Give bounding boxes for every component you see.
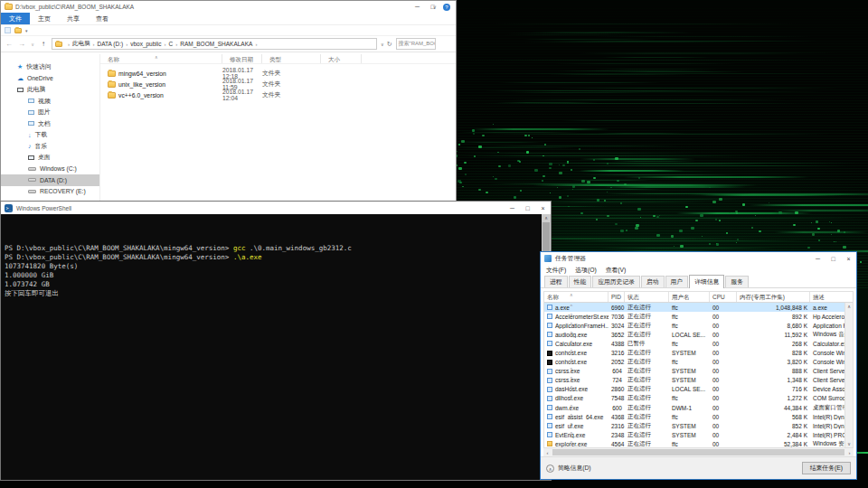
up-icon[interactable]: ↑ bbox=[39, 40, 48, 48]
sidebar-item[interactable]: ♪ 音乐 bbox=[1, 141, 99, 153]
address-dropdown-icon[interactable]: ∨ bbox=[381, 42, 384, 47]
back-icon[interactable]: ← bbox=[5, 40, 14, 48]
column-header-name[interactable]: 名称 bbox=[544, 292, 609, 302]
qat-properties-icon[interactable] bbox=[5, 27, 11, 33]
column-header-modified[interactable]: 修改日期 bbox=[222, 54, 262, 63]
process-row[interactable]: conhost.exe 3216 正在运行 SYSTEM 00 828 K Co… bbox=[544, 348, 844, 357]
taskmanager-tab[interactable]: 启动 bbox=[641, 276, 665, 287]
minimize-icon[interactable]: ─ bbox=[410, 1, 425, 13]
process-status: 正在运行 bbox=[625, 385, 669, 393]
scroll-up-icon[interactable]: ∧ bbox=[542, 214, 551, 221]
taskmanager-tab[interactable]: 进程 bbox=[544, 276, 568, 287]
refresh-icon[interactable]: ↻ bbox=[387, 41, 392, 48]
sidebar-item[interactable]: 视频 bbox=[1, 96, 99, 108]
process-row[interactable]: esif_assist_64.exe 4368 正在运行 ffc 00 568 … bbox=[544, 412, 844, 421]
breadcrumb-item[interactable]: ›vbox_public bbox=[123, 41, 161, 47]
sidebar-item[interactable]: DATA (D:) bbox=[1, 174, 99, 186]
process-icon bbox=[547, 423, 552, 428]
address-bar[interactable]: ›此电脑›DATA (D:)›vbox_public›C›RAM_BOOM_SH… bbox=[52, 38, 377, 50]
process-row[interactable]: dllhost.exe 7548 正在运行 ffc 00 1,272 K COM… bbox=[544, 394, 844, 403]
history-dropdown-icon[interactable]: ∨ bbox=[30, 42, 35, 47]
column-header-description[interactable]: 描述 bbox=[810, 292, 853, 302]
breadcrumb-item[interactable]: ›DATA (D:) bbox=[90, 41, 124, 47]
process-row[interactable]: ApplicationFrameH... 3024 正在运行 ffc 00 8,… bbox=[544, 321, 844, 330]
column-header-cpu[interactable]: CPU bbox=[710, 292, 737, 302]
process-row[interactable]: a.exe 6960 正在运行 ffc 00 1,048,848 K a.exe bbox=[544, 303, 844, 312]
maximize-icon[interactable]: □ bbox=[520, 202, 535, 214]
process-row[interactable]: dwm.exe 600 正在运行 DWM-1 00 44,384 K 桌面窗口管… bbox=[544, 403, 844, 412]
sidebar-item[interactable]: ★ 快速访问 bbox=[1, 61, 99, 73]
sidebar-item[interactable]: 文档 bbox=[1, 118, 99, 130]
ribbon-tab[interactable]: 查看 bbox=[88, 13, 117, 24]
breadcrumb-item[interactable]: ›C bbox=[161, 41, 173, 47]
menu-item[interactable]: 查看(V) bbox=[606, 266, 627, 275]
details-vscrollbar[interactable]: ∧ ∨ bbox=[844, 303, 853, 447]
close-icon[interactable]: × bbox=[841, 253, 856, 265]
column-header-pid[interactable]: PID bbox=[609, 292, 625, 302]
process-row[interactable]: EvtEng.exe 2348 正在运行 SYSTEM 00 2,484 K I… bbox=[544, 430, 844, 439]
qat-dropdown-icon[interactable]: ▾ bbox=[25, 28, 28, 33]
column-header-status[interactable]: 状态 bbox=[625, 292, 669, 302]
process-row[interactable]: explorer.exe 4564 正在运行 ffc 00 52,384 K W… bbox=[544, 439, 844, 447]
breadcrumb-item[interactable]: ›此电脑 bbox=[65, 40, 90, 48]
powershell-titlebar[interactable]: >_ Windows PowerShell ─ □ × bbox=[1, 202, 551, 214]
collapse-details-icon[interactable]: ∧ bbox=[546, 465, 554, 473]
sidebar-item[interactable]: RECOVERY (E:) bbox=[1, 186, 99, 198]
process-row[interactable]: csrss.exe 604 正在运行 SYSTEM 00 888 K Clien… bbox=[544, 367, 844, 376]
column-header-user[interactable]: 用户名 bbox=[669, 292, 710, 302]
end-task-button[interactable]: 结束任务(E) bbox=[802, 462, 851, 474]
scroll-up-icon[interactable]: ∧ bbox=[845, 303, 853, 310]
sidebar-item[interactable]: 桌面 bbox=[1, 152, 99, 164]
process-row[interactable]: esif_uf.exe 2316 正在运行 SYSTEM 00 852 K In… bbox=[544, 421, 844, 430]
qat-newfolder-icon[interactable] bbox=[14, 28, 22, 33]
file-row[interactable]: mingw64_version 2018.01.17 12:18 文件夹 bbox=[100, 68, 456, 79]
file-row[interactable]: unix_like_version 2018.01.17 11:59 文件夹 bbox=[100, 79, 456, 89]
close-icon[interactable]: × bbox=[535, 202, 551, 214]
minimize-icon[interactable]: ─ bbox=[505, 202, 520, 214]
sidebar-item[interactable]: ☁ OneDrive bbox=[1, 73, 99, 85]
forward-icon[interactable]: → bbox=[17, 40, 26, 48]
folder-icon bbox=[108, 70, 116, 77]
ribbon-tab[interactable]: 共享 bbox=[59, 13, 88, 24]
process-row[interactable]: audiodg.exe 3652 正在运行 LOCAL SE... 00 11,… bbox=[544, 330, 844, 339]
taskmanager-tab[interactable]: 应用历史记录 bbox=[592, 276, 640, 287]
taskmanager-titlebar[interactable]: 任务管理器 ─ □ × bbox=[541, 252, 856, 265]
process-description: Intel(R) Dynamic Platform bbox=[810, 414, 844, 420]
taskmanager-tab[interactable]: 详细信息 bbox=[689, 275, 724, 288]
sidebar-item[interactable]: ↓ 下载 bbox=[1, 129, 99, 141]
process-row[interactable]: AccelerometerSt.exe 7036 正在运行 ffc 00 892… bbox=[544, 312, 844, 321]
taskmanager-tab[interactable]: 用户 bbox=[665, 276, 689, 287]
taskmanager-tab[interactable]: 服务 bbox=[725, 276, 749, 287]
scroll-left-icon[interactable]: ‹ bbox=[543, 450, 552, 455]
column-header-memory[interactable]: 内存(专用工作集) bbox=[737, 292, 810, 302]
help-icon[interactable]: ? bbox=[443, 4, 450, 11]
ribbon-tab[interactable]: 文件 bbox=[1, 13, 30, 24]
ribbon-tab[interactable]: 主页 bbox=[30, 13, 59, 24]
taskmanager-tab[interactable]: 性能 bbox=[569, 276, 592, 287]
column-header-type[interactable]: 类型 bbox=[262, 54, 321, 63]
minimize-icon[interactable]: ─ bbox=[810, 253, 826, 265]
sidebar-item[interactable]: Windows (C:) bbox=[1, 164, 99, 175]
menu-item[interactable]: 选项(O) bbox=[575, 266, 596, 275]
scroll-right-icon[interactable]: › bbox=[845, 450, 854, 455]
explorer-titlebar[interactable]: D:\vbox_public\C\RAM_BOOM_SHAKALAKA ─ □ … bbox=[1, 1, 456, 13]
search-input[interactable]: 搜索"RAM_BOO... bbox=[396, 38, 436, 50]
column-header-name[interactable]: 名称 bbox=[100, 54, 222, 63]
menu-item[interactable]: 文件(F) bbox=[546, 266, 566, 275]
maximize-icon[interactable]: □ bbox=[826, 253, 841, 265]
process-row[interactable]: csrss.exe 724 正在运行 SYSTEM 00 1,348 K Cli… bbox=[544, 376, 844, 385]
fewer-details-toggle[interactable]: 简略信息(D) bbox=[558, 464, 591, 473]
scroll-down-icon[interactable]: ∨ bbox=[845, 440, 853, 447]
sidebar-item[interactable]: 图片 bbox=[1, 107, 99, 118]
powershell-console[interactable]: PS D:\vbox_public\C\RAM_BOOM_SHAKALAKA\m… bbox=[1, 214, 542, 480]
breadcrumb-item[interactable]: ›RAM_BOOM_SHAKALAKA bbox=[173, 41, 252, 47]
details-hscrollbar[interactable]: ‹ › bbox=[543, 448, 854, 456]
column-header-size[interactable]: 大小 bbox=[321, 54, 362, 63]
file-row[interactable]: vc++6.0_version 2018.01.17 12:04 文件夹 bbox=[100, 89, 456, 100]
process-row[interactable]: Calculator.exe 4388 已暂停 ffc 00 268 K Cal… bbox=[544, 339, 844, 348]
scrollbar-thumb[interactable] bbox=[552, 449, 844, 455]
ribbon-collapse-icon[interactable]: ∨ bbox=[433, 1, 437, 14]
process-row[interactable]: conhost.exe 2052 正在运行 ffc 00 3,820 K Con… bbox=[544, 358, 844, 367]
sidebar-item[interactable]: 此电脑 bbox=[1, 84, 99, 96]
process-row[interactable]: dasHost.exe 2860 正在运行 LOCAL SE... 00 716… bbox=[544, 385, 844, 394]
